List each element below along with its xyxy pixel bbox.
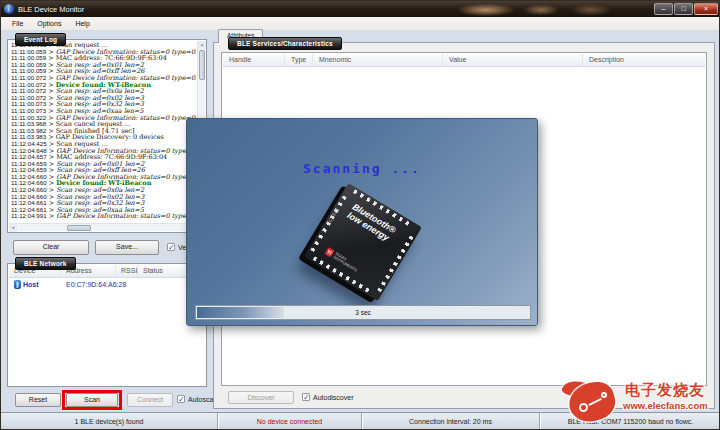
chip-package-top: Bluetooth® low energy CC2541 TI TEXAS IN… bbox=[304, 183, 422, 301]
window-title: BLE Device Monitor bbox=[18, 5, 84, 14]
scanning-dialog: Scanning ... Bluetooth® low energy CC254… bbox=[186, 118, 538, 326]
bluetooth-app-icon: ᛒ bbox=[4, 4, 14, 14]
log-horizontal-scrollbar[interactable]: ◄ ► bbox=[9, 223, 196, 231]
autodiscover-label: Autodiscover bbox=[313, 394, 353, 401]
event-log-text[interactable]: 11:10:59.912>Scan request ... 11:11:00.0… bbox=[9, 41, 196, 222]
services-column-header[interactable]: Handle bbox=[223, 54, 285, 66]
discover-button[interactable]: Discover bbox=[228, 391, 294, 404]
bluetooth-device-icon: ᛒ bbox=[14, 280, 21, 289]
scroll-up-icon[interactable]: ▲ bbox=[198, 41, 206, 49]
titlebar: ᛒ BLE Device Monitor – □ × bbox=[1, 1, 720, 17]
scroll-thumb[interactable] bbox=[199, 50, 205, 80]
device-address: E0:C7:9D:64:A6:28 bbox=[61, 281, 138, 288]
network-column-header[interactable]: RSSI bbox=[116, 265, 138, 277]
event-log-title: Event Log bbox=[15, 33, 66, 46]
scan-highlight-box bbox=[62, 390, 122, 410]
chip-brand-text: Bluetooth® low energy bbox=[346, 202, 397, 243]
elecfans-watermark: 电子发烧友 www.elecfans.com bbox=[559, 379, 719, 427]
menubar: File Options Help bbox=[1, 17, 720, 31]
ble-device-monitor-window: ᛒ BLE Device Monitor – □ × File Options … bbox=[0, 0, 720, 430]
ble-network-title: BLE Network bbox=[15, 257, 76, 270]
status-cell: Connection interval: 20 ms bbox=[361, 413, 539, 429]
menu-item[interactable]: Options bbox=[30, 18, 68, 29]
autodiscover-checkbox[interactable]: ✓ bbox=[302, 393, 310, 401]
clear-button[interactable]: Clear bbox=[13, 240, 89, 255]
caption-buttons: – □ × bbox=[654, 3, 718, 15]
save-button[interactable]: Save... bbox=[95, 240, 159, 255]
close-button[interactable]: × bbox=[694, 3, 718, 15]
elecfans-site-url: www.elecfans.com bbox=[623, 400, 708, 411]
services-column-headers: HandleTypeMnenomicValueDescription bbox=[223, 54, 705, 67]
scroll-left-icon[interactable]: ◄ bbox=[9, 224, 17, 232]
services-group-title: BLE Services/Characteristics bbox=[228, 37, 342, 50]
device-cell: ᛒ Host bbox=[9, 280, 61, 289]
status-cell: No device connected bbox=[217, 413, 361, 429]
minimize-button[interactable]: – bbox=[654, 3, 673, 15]
menu-item[interactable]: File bbox=[5, 18, 30, 29]
services-column-header[interactable]: Value bbox=[443, 54, 583, 66]
elecfans-logo-icon bbox=[561, 379, 623, 425]
elecfans-brand-text: 电子发烧友 bbox=[625, 381, 705, 400]
menu-item[interactable]: Help bbox=[68, 18, 96, 29]
verbose-checkbox[interactable]: ✓ bbox=[167, 243, 175, 251]
maximize-button[interactable]: □ bbox=[674, 3, 693, 15]
device-name: Host bbox=[23, 281, 39, 288]
log-line: 11:12:04.991>GAP Device Information: sta… bbox=[11, 213, 196, 220]
cc2541-chip-image: Bluetooth® low energy CC2541 TI TEXAS IN… bbox=[304, 183, 422, 301]
scanning-text: Scanning ... bbox=[187, 161, 537, 176]
services-column-header[interactable]: Type bbox=[285, 54, 313, 66]
ble-network-group: DeviceAddressRSSIStatus ᛒ Host E0:C7:9D:… bbox=[7, 263, 207, 387]
autoscan-checkbox[interactable]: ✓ bbox=[177, 395, 185, 403]
reset-button[interactable]: Reset bbox=[15, 393, 61, 407]
services-column-header[interactable]: Mnenomic bbox=[313, 54, 443, 66]
progress-label: 3 sec bbox=[196, 306, 530, 319]
event-log-group: 11:10:59.912>Scan request ... 11:11:00.0… bbox=[7, 39, 207, 233]
status-cell: 1 BLE device(s) found bbox=[1, 413, 217, 429]
connect-button[interactable]: Connect bbox=[127, 393, 173, 407]
services-column-header[interactable]: Description bbox=[583, 54, 705, 66]
scan-progress-bar: 3 sec bbox=[195, 305, 531, 320]
scroll-thumb[interactable] bbox=[67, 225, 91, 231]
network-device-row[interactable]: ᛒ Host E0:C7:9D:64:A6:28 bbox=[9, 278, 205, 291]
